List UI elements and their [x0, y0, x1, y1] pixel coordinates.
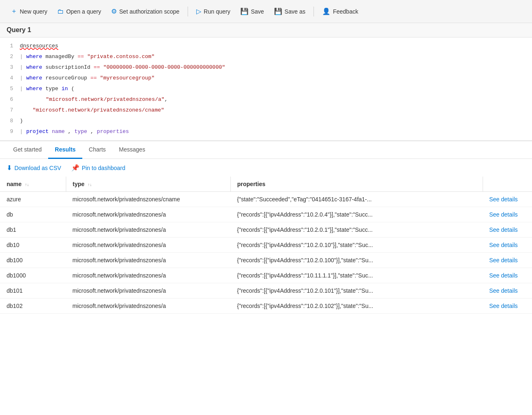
query-title-bar: Query 1 [0, 23, 532, 37]
cell-action: See details [483, 298, 532, 314]
cell-name: azure [0, 192, 66, 207]
gear-icon: ⚙ [111, 7, 117, 15]
table-row: db1000microsoft.network/privatednszones/… [0, 268, 532, 283]
code-line-8: 8 ) [0, 116, 532, 126]
open-query-label: Open a query [66, 8, 101, 15]
cell-type: microsoft.network/privatednszones/a [66, 238, 230, 253]
see-details-link[interactable]: See details [489, 287, 518, 294]
code-line-9: 9 | project name , type , properties [0, 126, 532, 137]
cell-name: db1 [0, 222, 66, 238]
tab-messages[interactable]: Messages [112, 141, 152, 159]
line-content-7: "microsoft.network/privatednszones/cname… [20, 106, 532, 115]
feedback-button[interactable]: 👤 Feedback [318, 5, 362, 18]
line-num-4: 4 [0, 74, 20, 83]
plus-icon: ＋ [11, 7, 17, 16]
col-header-action [483, 177, 532, 192]
results-area: Get started Results Charts Messages ⬇ Do… [0, 141, 532, 314]
cell-name: db1000 [0, 268, 66, 283]
set-auth-button[interactable]: ⚙ Set authorization scope [107, 5, 184, 18]
open-folder-icon: 🗀 [57, 8, 64, 15]
cell-action: See details [483, 283, 532, 298]
table-row: azuremicrosoft.network/privatednszones/c… [0, 192, 532, 207]
see-details-link[interactable]: See details [489, 257, 518, 263]
see-details-link[interactable]: See details [489, 196, 518, 203]
line-num-2: 2 [0, 52, 20, 61]
cell-action: See details [483, 207, 532, 222]
cell-properties: {"records":[{"ipv4Address":"10.2.0.10"}]… [230, 238, 483, 253]
see-details-link[interactable]: See details [489, 211, 518, 218]
tabs-bar: Get started Results Charts Messages [0, 141, 532, 159]
tab-results[interactable]: Results [48, 141, 82, 159]
cell-name: db100 [0, 253, 66, 268]
code-line-7: 7 "microsoft.network/privatednszones/cna… [0, 105, 532, 116]
code-line-1: 1 dnsresources [0, 41, 532, 51]
save-as-button[interactable]: 💾 Save as [270, 5, 310, 18]
open-query-button[interactable]: 🗀 Open a query [53, 5, 105, 18]
cell-properties: {"records":[{"ipv4Address":"10.2.0.102"}… [230, 298, 483, 314]
code-line-4: 4 | where resourceGroup == "myresourcegr… [0, 73, 532, 84]
cell-action: See details [483, 222, 532, 238]
actions-bar: ⬇ Download as CSV 📌 Pin to dashboard [0, 159, 532, 177]
line-num-6: 6 [0, 95, 20, 104]
line-num-8: 8 [0, 117, 20, 126]
col-header-name[interactable]: name ↑↓ [0, 177, 66, 192]
save-button[interactable]: 💾 Save [236, 5, 268, 18]
line-content-9: | project name , type , properties [20, 127, 532, 136]
line-content-1: dnsresources [20, 42, 532, 51]
table-row: db1microsoft.network/privatednszones/a{"… [0, 222, 532, 238]
line-content-2: | where managedBy == "private.contoso.co… [20, 52, 532, 61]
new-query-label: New query [20, 8, 47, 15]
sort-icon-name[interactable]: ↑↓ [25, 182, 29, 187]
line-content-3: | where subscriptionId == "00000000-0000… [20, 63, 532, 72]
cell-type: microsoft.network/privatednszones/a [66, 298, 230, 314]
cell-properties: {"records":[{"ipv4Address":"10.2.0.4"}],… [230, 207, 483, 222]
cell-action: See details [483, 192, 532, 207]
code-line-3: 3 | where subscriptionId == "00000000-00… [0, 62, 532, 73]
code-editor[interactable]: 1 dnsresources 2 | where managedBy == "p… [0, 37, 532, 141]
tab-charts[interactable]: Charts [82, 141, 112, 159]
cell-type: microsoft.network/privatednszones/a [66, 222, 230, 238]
separator-1 [188, 7, 188, 16]
save-as-icon: 💾 [274, 7, 282, 15]
cell-type: microsoft.network/privatednszones/a [66, 253, 230, 268]
line-content-8: ) [20, 117, 532, 126]
cell-properties: {"records":[{"ipv4Address":"10.2.0.1"}],… [230, 222, 483, 238]
col-header-type[interactable]: type ↑↓ [66, 177, 230, 192]
line-num-5: 5 [0, 84, 20, 93]
cell-type: microsoft.network/privatednszones/a [66, 207, 230, 222]
new-query-button[interactable]: ＋ New query [7, 5, 51, 18]
save-as-label: Save as [285, 8, 306, 15]
cell-type: microsoft.network/privatednszones/a [66, 283, 230, 298]
run-query-button[interactable]: ▷ Run query [192, 5, 235, 18]
sort-icon-type[interactable]: ↑↓ [88, 182, 92, 187]
pin-icon: 📌 [71, 164, 79, 172]
see-details-link[interactable]: See details [489, 272, 518, 279]
table-row: db10microsoft.network/privatednszones/a{… [0, 238, 532, 253]
code-line-5: 5 | where type in ( [0, 84, 532, 94]
col-type-label: type [73, 181, 85, 187]
cell-action: See details [483, 253, 532, 268]
cell-properties: {"records":[{"ipv4Address":"10.2.0.101"}… [230, 283, 483, 298]
cell-properties: {"records":[{"ipv4Address":"10.11.1.1"}]… [230, 268, 483, 283]
query-title: Query 1 [7, 26, 31, 33]
table-row: db101microsoft.network/privatednszones/a… [0, 283, 532, 298]
download-icon: ⬇ [7, 164, 12, 172]
feedback-icon: 👤 [322, 7, 330, 15]
toolbar: ＋ New query 🗀 Open a query ⚙ Set authori… [0, 0, 532, 23]
line-num-7: 7 [0, 106, 20, 115]
see-details-link[interactable]: See details [489, 242, 518, 248]
download-csv-button[interactable]: ⬇ Download as CSV [7, 164, 61, 172]
tab-get-started[interactable]: Get started [7, 141, 48, 159]
cell-name: db10 [0, 238, 66, 253]
cell-name: db [0, 207, 66, 222]
code-line-2: 2 | where managedBy == "private.contoso.… [0, 51, 532, 62]
cell-action: See details [483, 238, 532, 253]
cell-name: db101 [0, 283, 66, 298]
pin-dashboard-button[interactable]: 📌 Pin to dashboard [71, 164, 125, 172]
see-details-link[interactable]: See details [489, 226, 518, 233]
run-icon: ▷ [196, 7, 201, 15]
cell-properties: {"records":[{"ipv4Address":"10.2.0.100"}… [230, 253, 483, 268]
see-details-link[interactable]: See details [489, 303, 518, 309]
pin-dashboard-label: Pin to dashboard [82, 165, 125, 171]
line-content-4: | where resourceGroup == "myresourcegrou… [20, 74, 532, 83]
